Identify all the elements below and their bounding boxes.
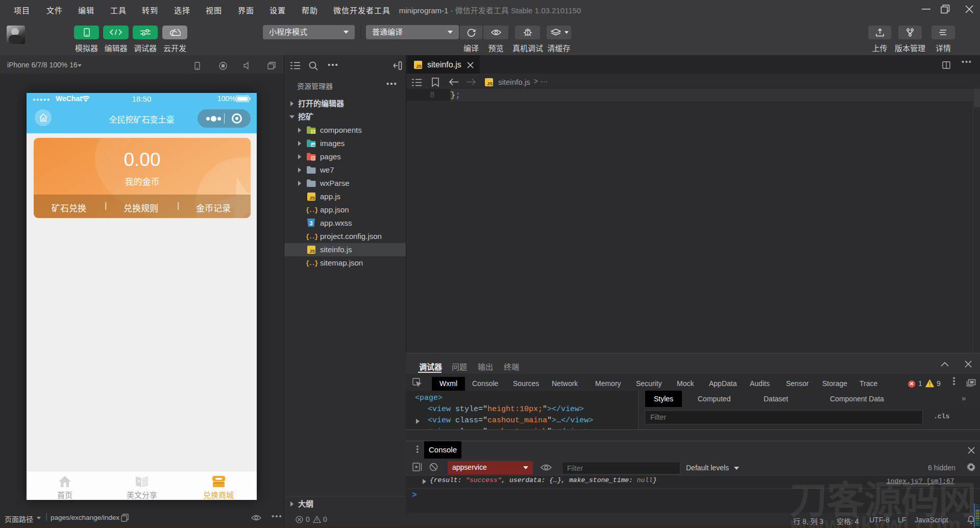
svg-text:3: 3	[309, 220, 312, 226]
svg-text:!: !	[929, 381, 930, 387]
